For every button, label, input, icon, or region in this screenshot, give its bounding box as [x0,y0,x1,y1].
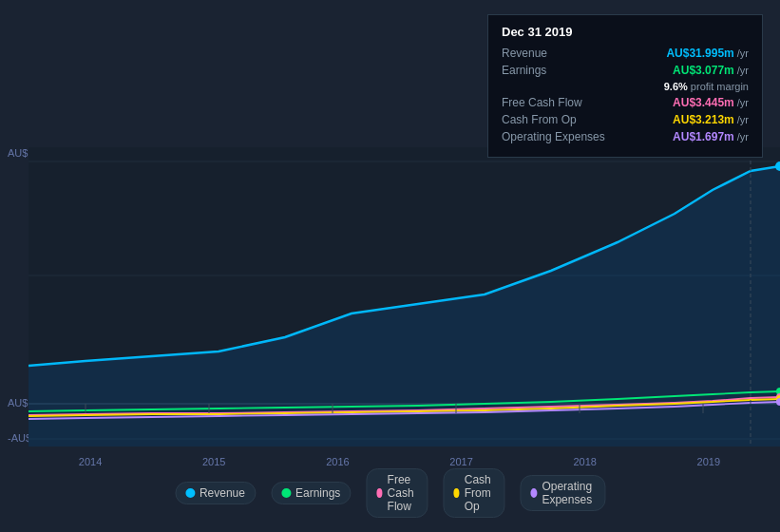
tooltip-row-revenue: Revenue AU$31.995m/yr [502,47,749,60]
tooltip-label-cashfromop: Cash From Op [502,113,625,126]
x-label-2017: 2017 [449,456,472,467]
legend-label-cashfromop: Cash From Op [465,473,495,513]
x-label-2019: 2019 [697,456,720,467]
legend-item-fcf[interactable]: Free Cash Flow [366,468,428,518]
chart-container: Dec 31 2019 Revenue AU$31.995m/yr Earnin… [0,0,780,532]
x-label-2014: 2014 [79,456,102,467]
tooltip-row-fcf: Free Cash Flow AU$3.445m/yr [502,96,749,109]
legend-item-earnings[interactable]: Earnings [271,482,351,504]
tooltip-box: Dec 31 2019 Revenue AU$31.995m/yr Earnin… [487,14,763,158]
tooltip-value-fcf: AU$3.445m/yr [673,96,749,109]
legend-dot-opex [530,488,537,498]
legend-dot-fcf [376,488,382,498]
legend-item-cashfromop[interactable]: Cash From Op [443,468,504,518]
legend-dot-earnings [281,488,291,498]
tooltip-label-revenue: Revenue [502,47,625,60]
legend-label-fcf: Free Cash Flow [388,473,418,513]
legend-dot-cashfromop [453,488,459,498]
chart-legend: Revenue Earnings Free Cash Flow Cash Fro… [175,468,605,518]
x-label-2016: 2016 [326,456,349,467]
tooltip-row-profit-margin: 9.6% profit margin [502,81,749,92]
profit-margin-value: 9.6% profit margin [664,81,749,92]
legend-label-earnings: Earnings [295,486,340,500]
tooltip-row-opex: Operating Expenses AU$1.697m/yr [502,130,749,143]
tooltip-label-opex: Operating Expenses [502,130,625,143]
main-chart-svg [29,147,780,446]
legend-label-revenue: Revenue [200,486,245,500]
tooltip-value-earnings: AU$3.077m/yr [673,64,749,77]
legend-item-opex[interactable]: Operating Expenses [520,475,605,511]
legend-label-opex: Operating Expenses [542,480,595,506]
tooltip-row-earnings: Earnings AU$3.077m/yr [502,64,749,77]
tooltip-title: Dec 31 2019 [502,25,749,39]
legend-dot-revenue [185,488,195,498]
tooltip-label-earnings: Earnings [502,64,625,77]
tooltip-value-revenue: AU$31.995m/yr [666,47,749,60]
tooltip-row-cashfromop: Cash From Op AU$3.213m/yr [502,113,749,126]
tooltip-label-fcf: Free Cash Flow [502,96,625,109]
tooltip-value-opex: AU$1.697m/yr [673,130,749,143]
tooltip-value-cashfromop: AU$3.213m/yr [673,113,749,126]
legend-item-revenue[interactable]: Revenue [175,482,256,504]
x-label-2015: 2015 [202,456,225,467]
x-axis-labels: 2014 2015 2016 2017 2018 2019 [29,456,770,467]
x-label-2018: 2018 [573,456,596,467]
